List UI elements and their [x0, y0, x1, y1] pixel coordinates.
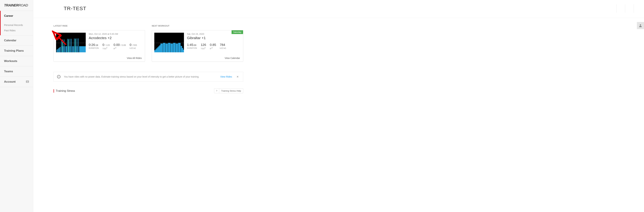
sidebar-item-account[interactable]: Account 1: [0, 77, 33, 87]
latest-ride-chart: [56, 33, 86, 52]
metric-if-next: 0.85 IF®: [210, 43, 216, 50]
header-dividers: [616, 4, 634, 13]
sidebar-item-training-plans[interactable]: Training Plans: [0, 46, 33, 56]
svg-rect-36: [160, 45, 160, 52]
view-all-rides-link[interactable]: View All Rides: [54, 55, 145, 62]
metric-tss: 0 / 120 TSS®: [102, 43, 110, 50]
training-stress-title: Training Stress: [54, 89, 75, 92]
sidebar-item-calendar[interactable]: Calendar: [0, 36, 33, 46]
svg-rect-26: [78, 38, 78, 52]
metric-if: 0.00 / 0.89 IF®: [114, 43, 126, 50]
help-icon: ?: [214, 88, 219, 93]
latest-ride-card[interactable]: Mon, Oct 12, 2020 at 5:43 AM Acrodectes …: [54, 30, 145, 62]
svg-rect-25: [78, 46, 78, 52]
svg-rect-18: [71, 39, 72, 52]
svg-rect-22: [76, 38, 76, 52]
svg-rect-17: [71, 46, 71, 52]
svg-rect-41: [170, 44, 173, 52]
svg-rect-35: [158, 46, 160, 52]
svg-rect-39: [166, 44, 168, 52]
svg-rect-16: [70, 39, 70, 52]
page-title: TR-TEST: [64, 6, 86, 11]
svg-rect-28: [62, 40, 62, 52]
profile-button[interactable]: [637, 22, 644, 29]
logo[interactable]: TRAINERROAD: [0, 0, 33, 11]
svg-rect-47: [183, 50, 184, 52]
latest-ride-label: LATEST RIDE: [54, 25, 145, 27]
latest-ride-date: Mon, Oct 12, 2020 at 5:43 AM: [89, 33, 142, 35]
sidebar-item-teams[interactable]: Teams: [0, 66, 33, 77]
sidebar-item-career[interactable]: Career: [0, 11, 33, 21]
training-stress-help-button[interactable]: ? Training Stress Help: [214, 88, 243, 93]
svg-rect-4: [60, 47, 61, 52]
svg-rect-7: [62, 40, 63, 52]
metric-tss-next: 126 TSS®: [201, 43, 206, 50]
account-badge: 1: [26, 80, 29, 83]
next-workout-card[interactable]: Saturday: [152, 30, 243, 62]
sidebar-item-workouts[interactable]: Workouts: [0, 56, 33, 66]
next-workout-label: NEXT WORKOUT: [152, 25, 243, 27]
svg-rect-45: [181, 46, 182, 52]
next-workout-section: NEXT WORKOUT Saturday: [152, 25, 243, 62]
info-icon: i: [57, 75, 60, 78]
main-content: TR-TEST LATEST RIDE: [33, 0, 644, 212]
svg-rect-0: [56, 50, 57, 52]
day-badge: Saturday: [232, 30, 243, 34]
alert-text: You have rides with no power data. Estim…: [64, 75, 217, 78]
svg-rect-29: [68, 40, 68, 52]
page-header: TR-TEST: [33, 0, 644, 18]
svg-rect-12: [67, 39, 68, 52]
svg-rect-19: [72, 46, 74, 52]
svg-rect-3: [59, 48, 60, 52]
next-workout-chart: [154, 33, 184, 52]
svg-rect-8: [63, 46, 64, 52]
svg-rect-33: [156, 48, 157, 52]
latest-ride-section: LATEST RIDE: [54, 25, 145, 62]
svg-rect-44: [178, 43, 180, 52]
metric-kj: 0 / 555 kJ(Cal): [130, 43, 137, 50]
svg-rect-1: [58, 49, 58, 52]
view-calendar-link[interactable]: View Calendar: [152, 55, 243, 62]
svg-rect-24: [77, 38, 77, 52]
svg-rect-31: [154, 50, 155, 52]
svg-rect-23: [76, 46, 76, 52]
svg-rect-27: [79, 46, 86, 52]
svg-rect-37: [160, 44, 163, 52]
svg-rect-30: [75, 39, 76, 52]
svg-rect-42: [173, 43, 176, 52]
svg-rect-10: [64, 46, 65, 52]
svg-rect-43: [176, 44, 178, 52]
view-rides-link[interactable]: View Rides: [220, 75, 232, 78]
svg-rect-34: [157, 47, 158, 52]
metric-duration: 0:26:19 DURATION: [89, 43, 99, 50]
sidebar-sub-past-rides[interactable]: Past Rides: [0, 28, 33, 33]
svg-rect-15: [69, 46, 70, 52]
svg-rect-2: [58, 48, 59, 52]
sidebar-sub-personal-records[interactable]: Personal Records: [0, 22, 33, 28]
sidebar: TRAINERROAD Career Personal Records Past…: [0, 0, 33, 212]
metric-kj-next: 784 kJ(Cal): [220, 43, 226, 50]
close-icon[interactable]: ✕: [236, 75, 240, 78]
svg-point-48: [640, 24, 641, 26]
latest-ride-title: Acrodectes +2: [89, 36, 142, 40]
svg-rect-9: [64, 40, 64, 52]
next-workout-title: Gibraltar +1: [187, 36, 241, 40]
svg-rect-46: [182, 48, 183, 52]
no-power-alert: i You have rides with no power data. Est…: [54, 72, 243, 82]
svg-rect-5: [61, 40, 62, 52]
svg-rect-40: [168, 43, 170, 52]
svg-rect-20: [74, 38, 74, 52]
svg-rect-38: [163, 43, 165, 52]
svg-rect-11: [66, 46, 67, 52]
user-icon: [638, 24, 642, 28]
metric-duration-next: 1:45:00 DURATION: [187, 43, 197, 50]
svg-rect-14: [68, 39, 69, 52]
svg-rect-32: [155, 49, 156, 52]
